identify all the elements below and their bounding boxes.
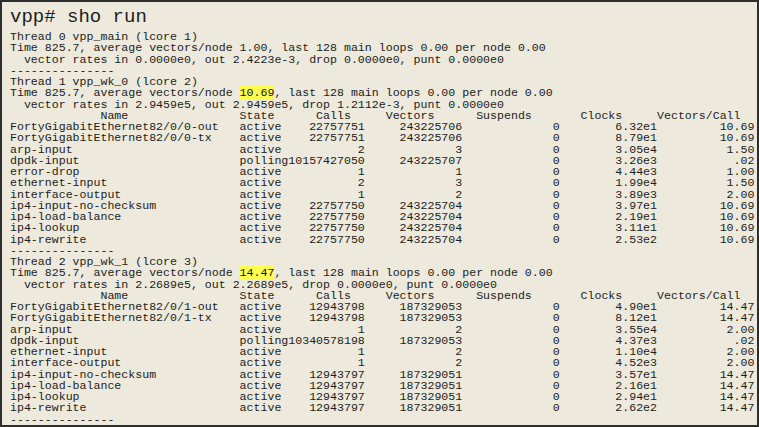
table-row: ip4-rewrite active 22757750 243225704 0 … [10,234,757,245]
table-row: ethernet-input active 2 3 0 1.99e4 1.50 [10,177,757,188]
table-row: interface-output active 1 2 0 4.52e3 2.0… [10,357,757,368]
table-row: FortyGigabitEthernet82/0/1-tx active 129… [10,312,757,323]
section-separator: --------------- [10,414,757,425]
command-line: vpp# sho run [10,5,757,29]
thread-section: Thread 1 vpp_wk_0 (lcore 2)Time 825.7, a… [10,76,757,256]
thread-section: Thread 0 vpp_main (lcore 1)Time 825.7, a… [10,31,757,76]
thread-vector-rates: vector rates in 0.0000e0, out 2.4223e-3,… [10,54,757,65]
table-row: ip4-rewrite active 12943797 187329051 0 … [10,402,757,413]
terminal-output: Thread 0 vpp_main (lcore 1)Time 825.7, a… [10,31,757,425]
table-row: ip4-lookup active 22757750 243225704 0 3… [10,222,757,233]
table-row: FortyGigabitEthernet82/0/0-tx active 227… [10,132,757,143]
thread-section: Thread 2 vpp_wk_1 (lcore 3)Time 825.7, a… [10,256,757,425]
thread-time-line: Time 825.7, average vectors/node 14.47, … [10,267,757,278]
terminal-window[interactable]: vpp# sho run Thread 0 vpp_main (lcore 1)… [0,0,759,427]
thread-time-line: Time 825.7, average vectors/node 10.69, … [10,87,757,98]
thread-time-line: Time 825.7, average vectors/node 1.00, l… [10,42,757,53]
